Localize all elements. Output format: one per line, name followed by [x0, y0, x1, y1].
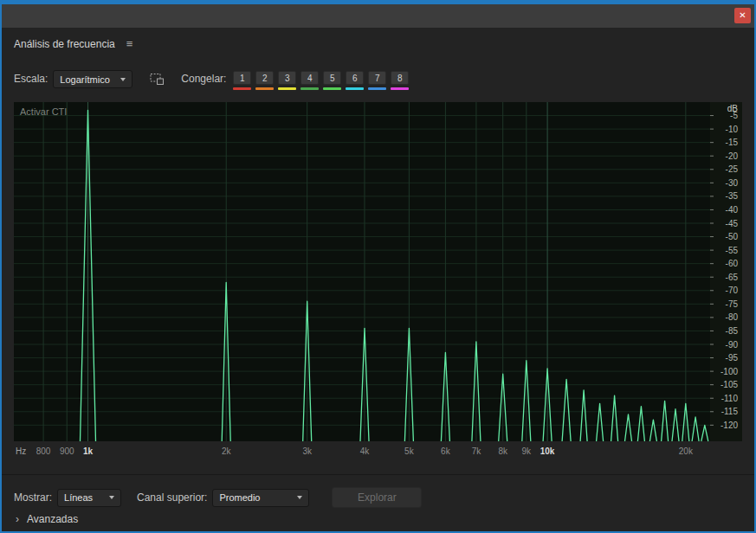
scan-button[interactable]: Explorar [332, 487, 422, 508]
freeze-button-label[interactable]: 7 [368, 71, 386, 85]
freeze-button-label[interactable]: 3 [278, 71, 296, 85]
freeze-button-2: 2 [255, 71, 274, 90]
svg-text:-80: -80 [726, 312, 739, 322]
svg-text:-20: -20 [726, 151, 739, 161]
svg-text:-10: -10 [726, 125, 739, 134]
freeze-button-4: 4 [300, 71, 319, 90]
freeze-button-8: 8 [391, 71, 409, 90]
show-label: Mostrar: [14, 489, 52, 507]
show-value: Líneas [64, 492, 93, 503]
channel-dropdown[interactable]: Promedio [212, 489, 309, 507]
freeze-color-bar [368, 87, 386, 90]
channel-value: Promedio [219, 492, 260, 503]
svg-text:7k: 7k [472, 446, 482, 456]
svg-text:-50: -50 [726, 232, 739, 241]
freeze-button-label[interactable]: 5 [323, 71, 341, 85]
freeze-button-7: 7 [368, 71, 386, 90]
freeze-color-bar [300, 87, 319, 90]
svg-text:-85: -85 [726, 326, 739, 336]
svg-text:-90: -90 [726, 340, 739, 350]
svg-text:-70: -70 [726, 286, 739, 295]
spectrum-plot[interactable]: dB-5-10-15-20-25-30-35-40-45-50-55-60-65… [14, 102, 742, 460]
svg-text:8k: 8k [498, 446, 508, 456]
svg-text:1k: 1k [83, 446, 94, 456]
svg-text:-120: -120 [720, 421, 738, 430]
spectrum-area: dB-5-10-15-20-25-30-35-40-45-50-55-60-65… [14, 102, 742, 460]
chevron-down-icon [109, 496, 114, 499]
svg-text:900: 900 [60, 446, 74, 456]
top-controls: Escala: Logarítmico Congelar: 12345678 [14, 70, 413, 90]
svg-text:4k: 4k [360, 446, 371, 456]
freeze-color-bar [391, 87, 409, 90]
svg-text:-95: -95 [726, 353, 739, 363]
chevron-down-icon [120, 78, 126, 81]
freeze-color-bar [323, 87, 341, 90]
show-dropdown[interactable]: Líneas [57, 489, 121, 507]
panel-menu-icon[interactable]: ≡ [126, 37, 133, 50]
freeze-label: Congelar: [181, 70, 226, 88]
svg-text:-100: -100 [720, 367, 738, 376]
advanced-toggle[interactable]: › Avanzadas [16, 513, 78, 525]
freeze-button-5: 5 [323, 71, 341, 90]
svg-text:-105: -105 [720, 380, 738, 389]
svg-text:9k: 9k [522, 446, 533, 456]
svg-text:-30: -30 [726, 178, 739, 188]
svg-text:6k: 6k [441, 446, 451, 456]
freeze-color-bar [278, 87, 296, 90]
freeze-button-label[interactable]: 2 [255, 71, 274, 85]
svg-text:3k: 3k [302, 446, 313, 456]
svg-text:Hz: Hz [16, 446, 26, 456]
freeze-color-bar [233, 87, 251, 90]
freeze-buttons: 12345678 [233, 71, 413, 90]
chevron-down-icon [297, 496, 302, 499]
freeze-button-label[interactable]: 1 [233, 71, 251, 85]
svg-text:-35: -35 [726, 191, 739, 201]
svg-text:20k: 20k [679, 446, 694, 456]
svg-text:-40: -40 [726, 205, 739, 215]
close-icon[interactable]: ✕ [734, 8, 751, 23]
channel-label: Canal superior: [137, 489, 207, 507]
svg-text:-115: -115 [721, 407, 739, 416]
svg-text:-110: -110 [721, 394, 739, 403]
svg-text:-60: -60 [726, 259, 739, 268]
svg-text:2k: 2k [222, 446, 232, 456]
freeze-button-label[interactable]: 8 [391, 71, 409, 85]
svg-text:-75: -75 [726, 299, 739, 309]
panel-header: Análisis de frecuencia ≡ [14, 37, 132, 50]
svg-text:-15: -15 [726, 138, 739, 147]
advanced-label: Avanzadas [27, 513, 78, 525]
frequency-analysis-window: ✕ Análisis de frecuencia ≡ Escala: Logar… [0, 0, 756, 533]
chevron-right-icon: › [16, 513, 19, 525]
freeze-button-3: 3 [278, 71, 296, 90]
bottom-controls: Mostrar: Líneas Canal superior: Promedio… [14, 487, 422, 508]
freeze-button-label[interactable]: 4 [300, 71, 319, 85]
svg-text:800: 800 [36, 446, 51, 456]
cti-overlay-label: Activar CTI [20, 106, 67, 117]
bottom-separator [2, 474, 754, 475]
svg-text:-5: -5 [730, 111, 738, 120]
svg-text:-65: -65 [726, 273, 739, 282]
titlebar[interactable]: ✕ [2, 4, 754, 28]
scale-dropdown[interactable]: Logarítmico [53, 70, 132, 88]
freeze-display-icon[interactable] [148, 72, 165, 87]
freeze-color-bar [346, 87, 364, 90]
svg-text:5k: 5k [404, 446, 415, 456]
freeze-button-6: 6 [346, 71, 364, 90]
page-title: Análisis de frecuencia [14, 38, 115, 50]
scale-value: Logarítmico [60, 74, 109, 85]
svg-text:-45: -45 [726, 219, 739, 228]
svg-text:10k: 10k [540, 446, 555, 456]
freeze-color-bar [255, 87, 274, 90]
freeze-button-1: 1 [233, 71, 251, 90]
svg-text:-25: -25 [726, 164, 739, 174]
freeze-button-label[interactable]: 6 [346, 71, 364, 85]
svg-text:-55: -55 [726, 246, 739, 255]
scale-label: Escala: [14, 70, 48, 88]
